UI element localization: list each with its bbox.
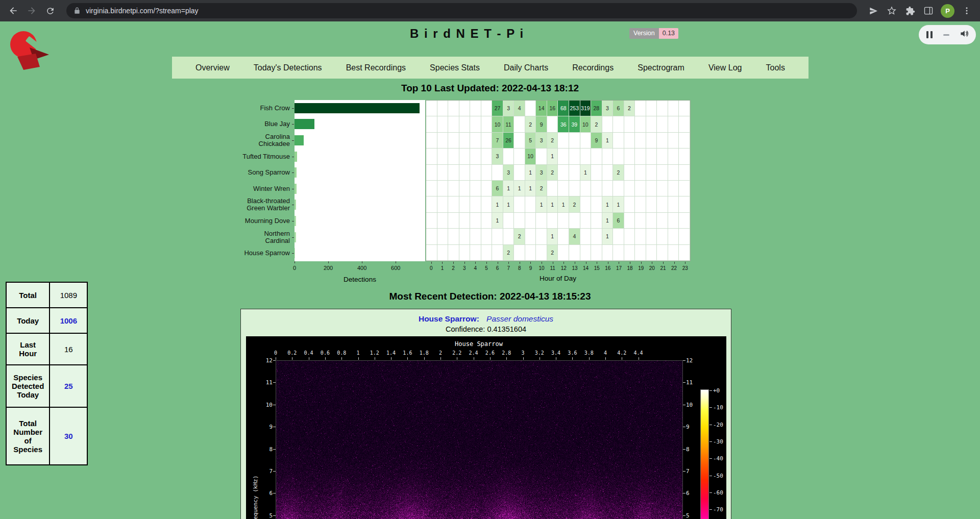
heatmap-cell <box>646 101 657 116</box>
heatmap-cell <box>536 213 547 229</box>
freq-tick-left: 8 <box>255 446 273 453</box>
heatmap-cell <box>514 116 525 132</box>
heatmap-cell: 6 <box>492 181 503 196</box>
hour-tick: 4 <box>474 265 477 271</box>
heatmap-cell <box>657 116 668 132</box>
hour-tick: 6 <box>496 265 499 271</box>
heatmap-cell: 26 <box>503 133 514 149</box>
tick-mark <box>273 449 276 450</box>
url-bar[interactable]: virginia.birdnetpi.com/?stream=play <box>66 3 857 18</box>
tick-mark <box>597 262 597 264</box>
tick-mark <box>375 357 375 360</box>
stat-value-species-today[interactable]: 25 <box>50 365 87 407</box>
heatmap-cell <box>635 245 646 261</box>
heatmap-cell <box>569 181 580 196</box>
heatmap-cell <box>481 196 493 212</box>
heatmap-cell <box>426 245 437 261</box>
heatmap-cell <box>547 213 558 229</box>
heatmap-cell <box>470 116 481 132</box>
pause-button[interactable] <box>925 31 934 38</box>
tick-mark <box>457 357 457 360</box>
time-tick: 3.6 <box>568 350 577 356</box>
heatmap-cell <box>459 133 471 149</box>
time-tick: 1.4 <box>386 350 396 356</box>
heatmap-cell <box>547 181 558 196</box>
freq-tick-left: 9 <box>255 424 273 430</box>
species-label: Fish Crow <box>214 105 290 112</box>
heatmap-cell <box>613 245 624 261</box>
heatmap-cell <box>426 101 437 116</box>
heatmap-cell: 2 <box>525 116 536 132</box>
tick-mark <box>683 405 685 405</box>
stat-value-last-hour: 16 <box>50 333 87 365</box>
species-label: Carolina Chickadee <box>214 133 290 147</box>
heatmap-cell <box>470 101 481 116</box>
freq-tick-right: 11 <box>686 379 693 386</box>
heatmap-cell <box>481 229 493 244</box>
side-panel-icon[interactable] <box>919 2 938 20</box>
forward-icon[interactable] <box>22 2 41 20</box>
heatmap-cell <box>459 213 471 229</box>
heatmap-cell: 10 <box>525 149 536 164</box>
y-tick-mark <box>292 237 294 238</box>
heatmap-cell <box>624 213 635 229</box>
detection-scientific-name-link[interactable]: Passer domesticus <box>486 314 553 323</box>
heatmap-cell <box>657 196 668 212</box>
stat-label-total: Total <box>6 282 50 308</box>
stat-value-today[interactable]: 1006 <box>50 308 87 333</box>
heatmap-cell <box>481 213 493 229</box>
bar-8 <box>295 232 296 242</box>
url-text[interactable]: virginia.birdnetpi.com/?stream=play <box>86 7 199 15</box>
extensions-icon[interactable] <box>901 2 919 20</box>
time-tick: 2 <box>439 350 442 356</box>
freq-tick-left: 7 <box>255 468 273 475</box>
heatmap-cell: 28 <box>591 101 602 116</box>
heatmap-cell <box>525 213 536 229</box>
heatmap-cell <box>646 213 657 229</box>
detection-species-link[interactable]: House Sparrow: <box>419 314 479 323</box>
share-send-icon[interactable] <box>864 2 883 20</box>
heatmap-cell <box>646 245 657 261</box>
spectrogram-plot <box>276 360 683 519</box>
reload-icon[interactable] <box>41 2 59 20</box>
heatmap-cell <box>503 213 514 229</box>
menu-dots-icon[interactable] <box>958 2 976 20</box>
bookmark-star-icon[interactable] <box>883 2 901 20</box>
species-label: Song Sparrow <box>214 169 290 176</box>
tick-mark <box>639 357 639 360</box>
tick-mark <box>358 357 359 360</box>
heatmap-cell <box>448 229 459 244</box>
audio-player[interactable] <box>919 25 976 44</box>
db-colorbar <box>700 389 709 519</box>
db-tick: -50 <box>713 473 723 479</box>
volume-icon[interactable] <box>959 29 969 41</box>
tick-mark <box>683 427 685 427</box>
species-label: Black-throated Green Warbler <box>214 197 290 212</box>
bar-x-tick: 600 <box>391 265 400 271</box>
tick-mark <box>589 357 590 360</box>
tick-mark <box>575 262 575 264</box>
seek-bar[interactable] <box>943 34 949 36</box>
back-icon[interactable] <box>4 2 22 20</box>
hour-tick: 10 <box>539 265 545 271</box>
stat-label-species-today: Species Detected Today <box>6 365 50 407</box>
y-tick-mark <box>292 253 294 254</box>
heatmap-cell <box>624 133 635 149</box>
heatmap-cell <box>426 181 437 196</box>
heatmap-cell <box>679 116 690 132</box>
heatmap-cell <box>580 213 592 229</box>
heatmap-cell <box>613 229 624 244</box>
heatmap-cell <box>470 196 481 212</box>
heatmap-cell <box>635 149 646 164</box>
heatmap-cell <box>668 101 679 116</box>
heatmap-cell <box>580 196 592 212</box>
heatmap-cell <box>481 101 493 116</box>
profile-avatar[interactable]: P <box>941 4 954 18</box>
species-label: Winter Wren <box>214 185 290 192</box>
heatmap-cell <box>470 245 481 261</box>
tick-mark <box>683 515 685 516</box>
hour-axis-label: Hour of Day <box>540 275 576 282</box>
heatmap-cell <box>591 196 602 212</box>
stat-value-total-species[interactable]: 30 <box>50 407 87 465</box>
tick-mark <box>440 357 441 360</box>
